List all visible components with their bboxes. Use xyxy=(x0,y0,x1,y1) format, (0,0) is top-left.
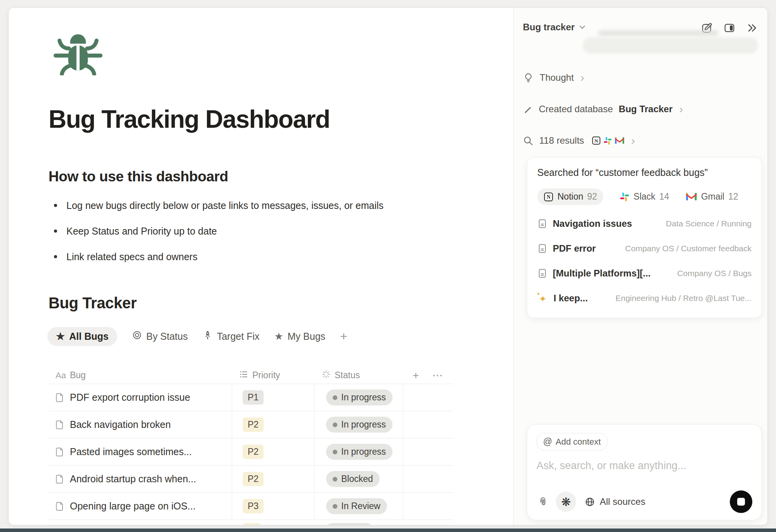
source-logos: N xyxy=(592,136,625,145)
source-gmail[interactable]: Gmail 12 xyxy=(686,191,738,202)
empty-cell xyxy=(403,384,453,411)
add-context-button[interactable]: @ Add context xyxy=(536,433,608,450)
search-result-row[interactable]: ✦ ✦ I keep... Engineering Hub / Retro @L… xyxy=(537,286,752,311)
lightbulb-icon xyxy=(523,72,534,83)
table-row: Opening large page on iOS... P3 In Revie… xyxy=(49,492,453,520)
attach-button[interactable] xyxy=(536,495,549,508)
source-count: 92 xyxy=(587,191,597,202)
assistant-title-dropdown[interactable]: Bug tracker xyxy=(523,22,585,33)
step-thought[interactable]: Thought › xyxy=(523,69,584,86)
doc-icon xyxy=(537,268,547,278)
tab-all-bugs[interactable]: ★ All Bugs xyxy=(47,327,117,346)
list-item: Keep Status and Priority up to date xyxy=(49,224,476,238)
add-view-button[interactable]: + xyxy=(340,329,347,344)
bug-title: Opening large page on iOS... xyxy=(70,501,196,512)
bug-name-cell[interactable]: Android startup crash when... xyxy=(49,466,232,492)
status-spinner-icon xyxy=(321,370,331,381)
search-result-row[interactable]: Navigation issues Data Science / Running xyxy=(537,211,752,236)
status-cell[interactable]: In progress xyxy=(314,411,403,438)
column-label: Status xyxy=(335,370,360,381)
stop-button[interactable] xyxy=(730,490,752,513)
star-icon: ★ xyxy=(274,331,283,341)
status-pill: In progress xyxy=(326,444,392,460)
target-icon xyxy=(132,330,142,342)
all-sources-button[interactable]: All sources xyxy=(585,496,645,507)
tab-by-status[interactable]: By Status xyxy=(132,330,188,342)
tab-target-fix[interactable]: Target Fix xyxy=(203,330,260,342)
page-icon xyxy=(55,501,65,511)
open-panel-button[interactable] xyxy=(723,22,736,34)
composer-toolbar: ❋ All sources xyxy=(536,490,752,513)
chat-composer: @ Add context Ask, search, or make anyth… xyxy=(527,424,762,520)
add-column-button[interactable]: + xyxy=(413,369,419,382)
text-property-icon: Aa xyxy=(56,370,66,381)
result-title: I keep... xyxy=(554,293,588,304)
priority-cell[interactable]: P1 xyxy=(232,384,314,411)
model-selector-button[interactable]: ❋ xyxy=(556,492,576,512)
page-bug-icon[interactable] xyxy=(52,30,104,77)
search-card-title: Searched for “customer feedback bugs” xyxy=(537,167,752,178)
source-count: 12 xyxy=(728,191,738,202)
search-result-row[interactable]: PDF error Company OS / Customer feedback xyxy=(537,236,752,261)
search-result-row[interactable]: [Multiple Platforms][... Company OS / Bu… xyxy=(537,261,752,286)
status-dot-icon xyxy=(333,504,337,509)
bullet-text: Link related specs and owners xyxy=(66,251,198,263)
list-icon xyxy=(239,370,248,381)
source-count: 14 xyxy=(659,191,669,202)
source-notion[interactable]: N Notion 92 xyxy=(537,188,603,205)
svg-text:N: N xyxy=(547,194,550,200)
priority-badge: P2 xyxy=(243,417,264,432)
collapse-panel-button[interactable] xyxy=(746,22,758,34)
star-icon: ★ xyxy=(56,331,65,341)
priority-cell[interactable]: P2 xyxy=(232,466,314,492)
table-more-button[interactable]: ⋯ xyxy=(432,369,443,382)
priority-cell[interactable]: P3 xyxy=(232,493,314,520)
step-label: Thought xyxy=(540,72,574,83)
tracker-heading: Bug Tracker xyxy=(49,294,137,312)
bug-name-cell[interactable]: Opening large page on iOS... xyxy=(49,493,232,520)
column-header-bug[interactable]: Aa Bug xyxy=(49,367,232,384)
chat-input[interactable]: Ask, search, or make anything... xyxy=(536,460,752,472)
bullet-text: Log new bugs directly below or paste lin… xyxy=(66,200,384,211)
list-item: Link related specs and owners xyxy=(49,249,476,264)
source-counts-row: N Notion 92 Slack 14 xyxy=(537,188,752,205)
status-cell[interactable]: In progress xyxy=(314,438,403,465)
step-search-results[interactable]: 118 results N › xyxy=(523,132,635,149)
bug-name-cell[interactable]: Back navigation broken xyxy=(49,411,232,438)
table-row: PDF export corruption issue P1 In progre… xyxy=(49,384,453,411)
status-dot-icon xyxy=(333,395,337,400)
table-header-tools: + ⋯ xyxy=(403,369,453,382)
chevron-right-icon: › xyxy=(580,72,584,83)
add-context-label: Add context xyxy=(556,437,601,447)
tab-my-bugs[interactable]: ★ My Bugs xyxy=(274,331,325,342)
result-meta: Company OS / Customer feedback xyxy=(625,244,752,253)
bug-name-cell[interactable]: PDF export corruption issue xyxy=(49,384,232,411)
table-row-partial xyxy=(49,520,453,525)
tab-label: All Bugs xyxy=(69,331,108,342)
openai-icon: ❋ xyxy=(561,495,571,509)
assistant-panel: Bug tracker xyxy=(513,8,767,525)
svg-text:N: N xyxy=(594,138,598,144)
doc-icon xyxy=(537,243,547,254)
source-slack[interactable]: Slack 14 xyxy=(620,191,669,202)
source-name: Gmail xyxy=(701,191,724,202)
empty-cell xyxy=(403,466,453,492)
search-result-list: Navigation issues Data Science / Running… xyxy=(537,211,752,311)
priority-cell[interactable]: P2 xyxy=(232,411,314,438)
column-header-priority[interactable]: Priority xyxy=(232,367,314,384)
bug-table: Aa Bug Priority xyxy=(49,367,453,525)
table-row: Android startup crash when... P2 Blocked xyxy=(49,465,453,492)
priority-badge: P2 xyxy=(243,472,264,486)
priority-cell[interactable]: P2 xyxy=(232,438,314,465)
bug-title: PDF export corruption issue xyxy=(70,392,190,403)
page-title: Bug Tracking Dashboard xyxy=(49,105,330,134)
status-cell[interactable]: In Review xyxy=(314,493,403,520)
result-title: Navigation issues xyxy=(553,218,632,229)
status-cell[interactable]: Blocked xyxy=(314,466,403,492)
column-header-status[interactable]: Status xyxy=(314,367,403,384)
step-created-database[interactable]: Created database Bug Tracker › xyxy=(523,101,683,118)
status-cell[interactable]: In progress xyxy=(314,384,403,411)
tab-label: Target Fix xyxy=(217,331,260,342)
desktop-edge-bar xyxy=(0,529,776,532)
bug-name-cell[interactable]: Pasted images sometimes... xyxy=(49,438,232,465)
